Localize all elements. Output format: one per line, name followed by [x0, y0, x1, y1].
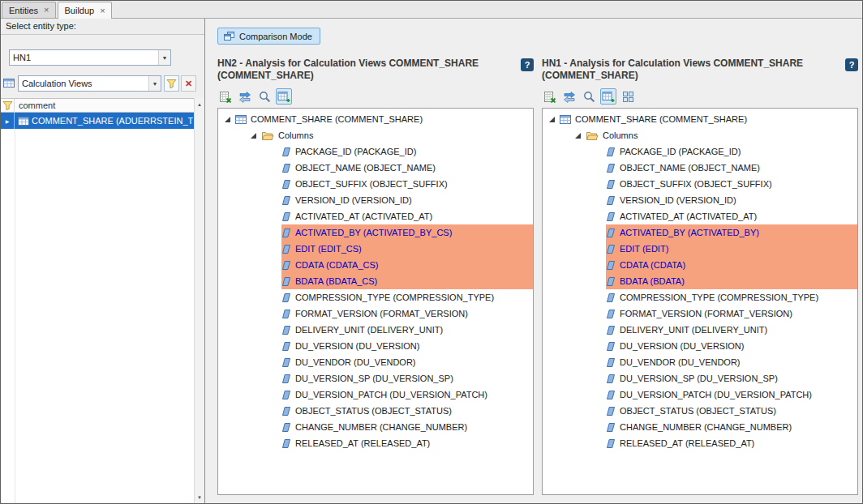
panel-toolbar	[542, 88, 636, 105]
tree-column-item[interactable]: ACTIVATED_AT (ACTIVATED_AT)	[606, 208, 857, 224]
chevron-down-icon[interactable]: ▼	[148, 76, 161, 91]
tree-column-item[interactable]: DELIVERY_UNIT (DELIVERY_UNIT)	[606, 322, 857, 338]
tab-entities[interactable]: Entities×	[2, 2, 56, 18]
tree-column-item[interactable]: COMPRESSION_TYPE (COMPRESSION_TYPE)	[281, 289, 533, 305]
comparison-mode-button[interactable]: Comparison Mode	[217, 28, 320, 45]
expand-arrow-icon[interactable]	[575, 133, 581, 139]
tree-root-item[interactable]: COMMENT_SHARE (COMMENT_SHARE)	[225, 111, 533, 127]
tree-column-item[interactable]: RELEASED_AT (RELEASED_AT)	[606, 435, 857, 451]
insert-table-button[interactable]	[600, 88, 616, 105]
tree-column-item[interactable]: OBJECT_SUFFIX (OBJECT_SUFFIX)	[606, 176, 857, 192]
tree-column-item[interactable]: DU_VERSION_PATCH (DU_VERSION_PATCH)	[606, 387, 857, 403]
help-button[interactable]: ?	[521, 58, 534, 71]
tree-column-item[interactable]: DU_VERSION_PATCH (DU_VERSION_PATCH)	[281, 387, 533, 403]
entity-dropdown[interactable]: Calculation Views ▼	[18, 75, 161, 92]
tree-column-item[interactable]: DU_VENDOR (DU_VENDOR)	[281, 354, 533, 370]
filter-button[interactable]	[164, 75, 179, 92]
transfer-button[interactable]	[237, 88, 253, 105]
tree-column-item[interactable]: RELEASED_AT (RELEASED_AT)	[281, 435, 533, 451]
panel-header: HN1 - Analysis for Calculation Views COM…	[542, 58, 858, 82]
transfer-button[interactable]	[561, 88, 577, 105]
tree-column-item[interactable]: CDATA (CDATA)	[606, 257, 857, 273]
column-icon	[606, 163, 616, 173]
tree-column-item[interactable]: EDIT (EDIT)	[606, 241, 857, 257]
tree-column-item[interactable]: FORMAT_VERSION (FORMAT_VERSION)	[281, 305, 533, 322]
system-dropdown-value: HN1	[10, 53, 158, 62]
tree-column-item[interactable]: EDIT (EDIT_CS)	[281, 241, 533, 257]
table-icon	[560, 114, 571, 125]
tree-column-item[interactable]: VERSION_ID (VERSION_ID)	[606, 192, 857, 208]
column-icon	[606, 244, 616, 254]
expand-arrow-icon[interactable]	[225, 117, 230, 122]
transfer-icon	[563, 91, 576, 103]
insert-table-button[interactable]	[276, 88, 292, 105]
tree-column-item[interactable]: ACTIVATED_BY (ACTIVATED_BY_CS)	[281, 224, 533, 241]
export-excel-icon	[543, 91, 556, 103]
tree-column-item[interactable]: CHANGE_NUMBER (CHANGE_NUMBER)	[606, 419, 857, 435]
close-icon[interactable]: ×	[44, 6, 49, 15]
close-icon[interactable]: ×	[100, 6, 105, 15]
tree-column-item[interactable]: CHANGE_NUMBER (CHANGE_NUMBER)	[281, 419, 533, 435]
tree-column-item[interactable]: OBJECT_SUFFIX (OBJECT_SUFFIX)	[281, 176, 533, 192]
comparison-mode-icon	[223, 31, 235, 41]
export-excel-button[interactable]	[217, 88, 234, 105]
sidebar-scrollbar[interactable]: ▲ ▼	[194, 98, 204, 503]
tree-column-item[interactable]: ACTIVATED_AT (ACTIVATED_AT)	[281, 208, 533, 224]
panel-hn2: HN2 - Analysis for Calculation Views COM…	[217, 58, 534, 495]
tree-columns-folder[interactable]: Columns	[575, 127, 857, 143]
tree-column-item[interactable]: FORMAT_VERSION (FORMAT_VERSION)	[606, 305, 857, 322]
tree-item-label: DELIVERY_UNIT (DELIVERY_UNIT)	[620, 325, 767, 335]
help-button[interactable]: ?	[845, 58, 858, 71]
tree-column-item[interactable]: DELIVERY_UNIT (DELIVERY_UNIT)	[281, 322, 533, 338]
tree-columns-folder[interactable]: Columns	[251, 127, 533, 143]
tree-item-label: RELEASED_AT (RELEASED_AT)	[620, 438, 754, 448]
filter-icon	[166, 79, 177, 88]
tree-column-item[interactable]: BDATA (BDATA)	[606, 273, 857, 289]
tree-column-item[interactable]: OBJECT_NAME (OBJECT_NAME)	[281, 160, 533, 176]
tree-column-item[interactable]: PACKAGE_ID (PACKAGE_ID)	[281, 143, 533, 160]
scroll-up-icon[interactable]: ▲	[195, 99, 204, 109]
search-button[interactable]	[256, 88, 273, 105]
tree-column-item[interactable]: DU_VERSION_SP (DU_VERSION_SP)	[606, 370, 857, 387]
tree-item-label: CHANGE_NUMBER (CHANGE_NUMBER)	[620, 422, 792, 432]
tree-column-item[interactable]: DU_VENDOR (DU_VENDOR)	[606, 354, 857, 370]
tree-column-item[interactable]: ACTIVATED_BY (ACTIVATED_BY)	[606, 224, 857, 241]
grid-view-button[interactable]	[620, 88, 636, 105]
column-icon	[281, 325, 291, 335]
tree-column-item[interactable]: OBJECT_NAME (OBJECT_NAME)	[606, 160, 857, 176]
expand-arrow-icon[interactable]	[251, 133, 256, 139]
column-icon	[606, 228, 616, 238]
export-excel-button[interactable]	[542, 88, 558, 105]
clear-filter-button[interactable]: ✕	[181, 75, 196, 92]
entity-row-selected[interactable]: ▶ COMMENT_SHARE (ADUERRSTEIN_T	[1, 113, 194, 129]
entity-type-label: Select entity type:	[1, 19, 204, 35]
tree-column-item[interactable]: COMPRESSION_TYPE (COMPRESSION_TYPE)	[606, 289, 857, 305]
tree-column-item[interactable]: OBJECT_STATUS (OBJECT_STATUS)	[606, 403, 857, 419]
tree-column-item[interactable]: DU_VERSION_SP (DU_VERSION_SP)	[281, 370, 533, 387]
search-button[interactable]	[581, 88, 597, 105]
column-icon	[606, 260, 616, 271]
column-icon	[606, 325, 616, 335]
tree-column-item[interactable]: BDATA (BDATA_CS)	[281, 273, 533, 289]
chevron-down-icon[interactable]: ▼	[158, 50, 170, 65]
entity-list-area	[1, 129, 194, 503]
tree-column-item[interactable]: CDATA (CDATA_CS)	[281, 257, 533, 273]
system-dropdown[interactable]: HN1 ▼	[9, 49, 171, 66]
column-icon	[281, 309, 291, 319]
tree-column-item[interactable]: PACKAGE_ID (PACKAGE_ID)	[606, 143, 857, 160]
column-icon	[606, 422, 616, 433]
scroll-down-icon[interactable]: ▼	[195, 492, 204, 502]
column-header-comment[interactable]: comment	[15, 99, 194, 112]
tree-column-item[interactable]: DU_VERSION (DU_VERSION)	[281, 338, 533, 354]
tree-column-item[interactable]: VERSION_ID (VERSION_ID)	[281, 192, 533, 208]
expand-arrow-icon[interactable]	[549, 117, 555, 122]
search-icon	[259, 91, 271, 103]
tree-item-label: CDATA (CDATA_CS)	[295, 260, 378, 270]
tree-root-item[interactable]: COMMENT_SHARE (COMMENT_SHARE)	[549, 111, 857, 127]
tab-buildup[interactable]: Buildup×	[58, 2, 112, 19]
tree-item-label: DU_VERSION (DU_VERSION)	[295, 341, 419, 351]
insert-table-icon	[277, 91, 290, 103]
column-icon	[606, 195, 616, 206]
tree-column-item[interactable]: OBJECT_STATUS (OBJECT_STATUS)	[281, 403, 533, 419]
tree-column-item[interactable]: DU_VERSION (DU_VERSION)	[606, 338, 857, 354]
